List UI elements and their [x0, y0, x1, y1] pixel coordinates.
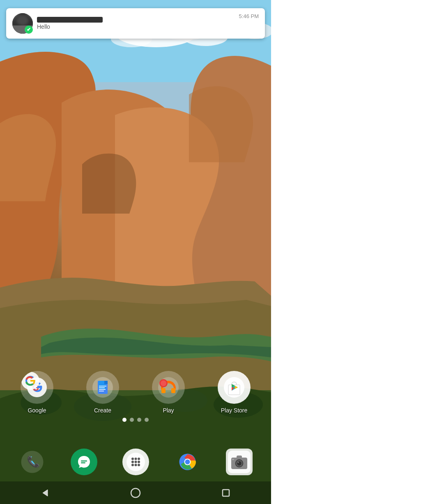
recent-button[interactable] [220, 487, 232, 499]
apps-dock-icon[interactable] [122, 449, 149, 475]
svg-point-42 [138, 461, 140, 463]
whatsapp-icon: ✔ [27, 27, 31, 32]
svg-point-54 [237, 462, 239, 463]
svg-point-39 [138, 458, 140, 460]
page-indicators [122, 418, 149, 422]
nav-bar [0, 481, 271, 504]
hangouts-dock-icon[interactable] [71, 449, 97, 475]
play-store-app-icon[interactable]: Play Store [214, 371, 255, 414]
svg-rect-20 [99, 386, 106, 387]
camera-dock-icon[interactable] [226, 449, 253, 475]
play-music-app-icon[interactable]: Play [148, 371, 189, 414]
notification-sender [37, 17, 103, 23]
app-icons-row: G Google [0, 371, 271, 414]
play-store-icon-svg [223, 377, 245, 398]
svg-point-53 [237, 461, 242, 466]
camera-icon-svg [228, 451, 251, 473]
create-app-label: Create [94, 407, 111, 414]
svg-text:📞: 📞 [27, 455, 40, 468]
google-g-overlay [21, 371, 40, 391]
svg-point-43 [131, 464, 134, 466]
svg-rect-19 [104, 381, 108, 384]
phone-dock-icon[interactable]: 📞 [19, 449, 46, 475]
white-space-area [271, 0, 437, 504]
apps-icon-svg [126, 453, 145, 471]
svg-point-28 [161, 380, 166, 386]
home-icon [130, 487, 141, 499]
svg-rect-23 [99, 391, 104, 391]
svg-point-44 [134, 464, 137, 466]
svg-rect-56 [232, 459, 234, 460]
google-app-label: Google [28, 407, 46, 414]
svg-point-48 [185, 460, 190, 465]
play-store-icon-circle [218, 371, 251, 404]
svg-point-37 [131, 458, 134, 460]
svg-rect-35 [81, 463, 85, 464]
chrome-dock-icon[interactable] [174, 449, 201, 475]
create-icon-circle [86, 371, 119, 404]
notification-time: 5:46 PM [239, 13, 259, 19]
page-dot-3 [137, 418, 141, 422]
chrome-icon-svg [176, 451, 199, 473]
phone-screen: ✔ Hello 5:46 PM G [0, 0, 271, 504]
back-icon [39, 487, 51, 499]
svg-point-45 [138, 464, 140, 466]
svg-rect-26 [171, 388, 175, 393]
svg-point-40 [131, 461, 134, 463]
create-icon-svg [92, 377, 113, 398]
svg-rect-22 [99, 389, 106, 390]
play-store-app-label: Play Store [221, 407, 248, 414]
notification-card[interactable]: ✔ Hello 5:46 PM [6, 8, 265, 39]
page-dot-4 [145, 418, 149, 422]
hangouts-icon-svg [75, 453, 93, 471]
google-app-icon[interactable]: G Google [16, 371, 58, 414]
recent-icon [220, 487, 232, 499]
phone-icon-svg: 📞 [21, 451, 44, 473]
google-icon-circle: G [21, 371, 53, 404]
svg-marker-57 [43, 490, 48, 496]
svg-point-58 [131, 488, 140, 497]
svg-rect-21 [99, 387, 105, 388]
back-button[interactable] [39, 487, 51, 499]
whatsapp-badge: ✔ [25, 25, 33, 34]
notification-content: Hello [33, 17, 239, 30]
play-music-icon-svg [158, 377, 179, 398]
svg-point-38 [134, 458, 137, 460]
play-music-icon-circle [152, 371, 185, 404]
svg-rect-55 [237, 456, 242, 459]
create-app-icon[interactable]: Create [82, 371, 123, 414]
dock: 📞 [0, 444, 271, 479]
notification-message: Hello [37, 23, 235, 30]
svg-rect-34 [81, 460, 87, 462]
home-button[interactable] [130, 487, 141, 499]
svg-rect-25 [161, 388, 166, 393]
svg-rect-59 [223, 490, 229, 496]
play-music-app-label: Play [163, 407, 174, 414]
svg-point-41 [134, 461, 137, 463]
page-dot-1 [122, 418, 126, 422]
page-dot-2 [130, 418, 134, 422]
